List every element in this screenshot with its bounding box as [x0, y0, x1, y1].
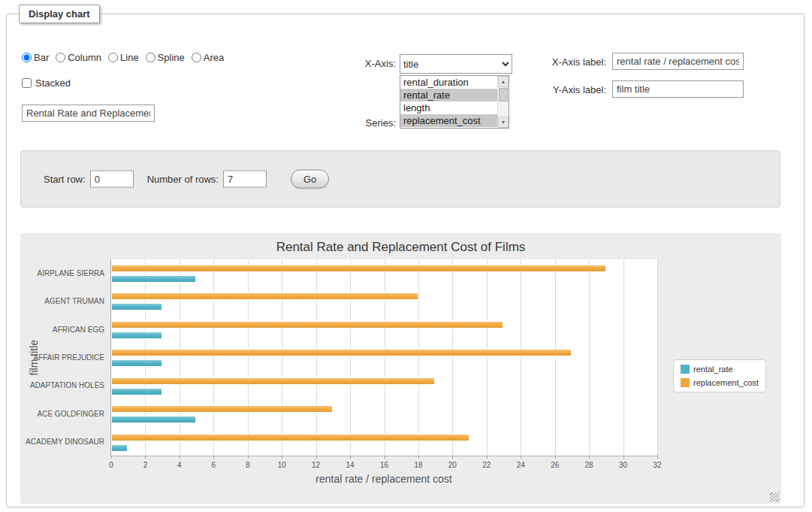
rows-panel: Start row: Number of rows: Go — [20, 150, 780, 208]
x-tick — [521, 456, 521, 459]
gridline — [213, 259, 214, 456]
chart-type-option-column[interactable]: Column — [56, 52, 101, 63]
chart-type-option-spline[interactable]: Spline — [146, 52, 185, 63]
chart-type-radio-column[interactable] — [56, 53, 65, 62]
x-tick-label: 30 — [619, 461, 627, 469]
bar-rental_rate[interactable] — [111, 303, 162, 311]
bar-replacement_cost[interactable] — [111, 434, 469, 441]
x-tick — [452, 456, 453, 459]
gridline — [418, 259, 419, 456]
bar-rental_rate[interactable] — [111, 359, 162, 367]
chart-type-option-area[interactable]: Area — [192, 52, 224, 63]
chart-type-option-bar[interactable]: Bar — [22, 52, 49, 63]
scrollbar-thumb[interactable] — [499, 88, 508, 101]
category-label: AFRICAN EGG — [53, 326, 104, 334]
x-tick-label: 12 — [312, 461, 320, 469]
bar-replacement_cost[interactable] — [111, 265, 606, 272]
series-label: Series: — [321, 117, 396, 129]
category-label: AFFAIR PREJUDICE — [34, 353, 104, 362]
x-tick — [350, 456, 351, 459]
bar-replacement_cost[interactable] — [111, 292, 418, 300]
gridline — [623, 259, 624, 456]
legend-item-replacement_cost[interactable]: replacement_cost — [681, 378, 759, 387]
gridline — [248, 259, 249, 456]
chart-type-option-line[interactable]: Line — [108, 52, 139, 63]
gridline — [350, 259, 351, 456]
category-label: ACE GOLDFINGER — [38, 410, 104, 418]
chart-title-input[interactable] — [22, 105, 155, 122]
num-rows-input[interactable] — [223, 171, 267, 188]
scrollbar-down-button[interactable]: ▼ — [498, 117, 509, 128]
stacked-option[interactable]: Stacked — [22, 77, 71, 89]
scrollbar-up-button[interactable]: ▲ — [498, 76, 509, 87]
category-label: AGENT TRUMAN — [44, 297, 104, 305]
x-tick-label: 20 — [448, 461, 457, 469]
bar-rental_rate[interactable] — [111, 332, 162, 339]
bar-replacement_cost[interactable] — [111, 377, 435, 385]
x-tick — [213, 456, 214, 459]
bar-rental_rate[interactable] — [111, 388, 162, 395]
chart-type-radio-spline[interactable] — [146, 53, 155, 62]
x-tick — [623, 456, 624, 459]
chart-type-label: Bar — [34, 52, 49, 63]
bar-replacement_cost[interactable] — [111, 321, 503, 329]
gridline — [316, 259, 317, 456]
x-tick — [589, 456, 590, 459]
bar-replacement_cost[interactable] — [111, 405, 333, 413]
rows-controls: Start row: Number of rows: Go — [44, 170, 329, 189]
chart-type-radios: BarColumnLineSplineArea — [22, 52, 231, 63]
bar-replacement_cost[interactable] — [111, 349, 572, 356]
series-scrollbar[interactable]: ▲ ▼ — [497, 76, 509, 128]
category-label: ADAPTATION HOLES — [30, 381, 104, 389]
x-tick-label: 2 — [143, 461, 148, 469]
gridline — [385, 259, 385, 456]
x-tick — [418, 456, 419, 459]
legend-label: replacement_cost — [693, 378, 759, 387]
bar-rental_rate[interactable] — [111, 444, 128, 452]
x-tick-label: 14 — [346, 461, 355, 469]
x-tick — [385, 456, 385, 459]
bar-rental_rate[interactable] — [111, 416, 196, 423]
gridline — [521, 259, 521, 456]
x-tick — [145, 456, 146, 459]
chart-panel: Rental Rate and Replacement Cost of Film… — [20, 233, 781, 504]
bar-rental_rate[interactable] — [111, 275, 196, 283]
legend-item-rental_rate[interactable]: rental_rate — [681, 365, 759, 374]
num-rows-label: Number of rows: — [147, 174, 219, 185]
series-option-rental_rate[interactable]: rental_rate — [400, 89, 497, 101]
y-axis-label-label: Y-Axis label: — [533, 84, 606, 95]
gridline — [145, 259, 146, 456]
y-axis-label-input[interactable] — [612, 80, 744, 98]
chart-type-radio-area[interactable] — [192, 53, 201, 62]
gridline — [282, 259, 282, 456]
x-tick-label: 6 — [212, 461, 216, 469]
x-tick-label: 32 — [653, 461, 661, 469]
x-axis-label-input[interactable] — [612, 53, 744, 70]
x-tick-label: 18 — [414, 461, 422, 469]
stacked-checkbox[interactable] — [22, 78, 32, 88]
series-listbox[interactable]: rental_durationrental_ratelengthreplacem… — [400, 75, 509, 129]
plot-area: 02468101214161820222426283032AIRPLANE SI… — [110, 259, 657, 456]
series-options: rental_durationrental_ratelengthreplacem… — [400, 76, 497, 128]
chart-type-radio-bar[interactable] — [22, 53, 32, 62]
x-axis-select[interactable]: title — [400, 54, 512, 74]
gridline — [487, 259, 488, 456]
gridline — [657, 259, 658, 456]
x-axis-label-label: X-Axis label: — [533, 56, 606, 68]
x-tick-label: 16 — [380, 461, 388, 469]
start-row-input[interactable] — [90, 171, 134, 188]
series-option-rental_duration[interactable]: rental_duration — [400, 76, 497, 89]
fieldset-legend: Display chart — [19, 5, 100, 23]
x-tick-label: 28 — [585, 461, 593, 469]
chart-type-label: Area — [204, 52, 224, 63]
x-axis-title: rental rate / replacement cost — [110, 473, 657, 485]
chart-type-radio-line[interactable] — [108, 53, 118, 62]
category-label: ACADEMY DINOSAUR — [26, 438, 104, 446]
go-button[interactable]: Go — [291, 170, 329, 189]
series-option-replacement_cost[interactable]: replacement_cost — [400, 114, 497, 127]
x-tick — [316, 456, 317, 459]
x-tick — [180, 456, 180, 459]
category-label: AIRPLANE SIERRA — [38, 269, 104, 277]
series-option-length[interactable]: length — [400, 101, 497, 114]
chart-resize-handle[interactable] — [770, 492, 779, 501]
